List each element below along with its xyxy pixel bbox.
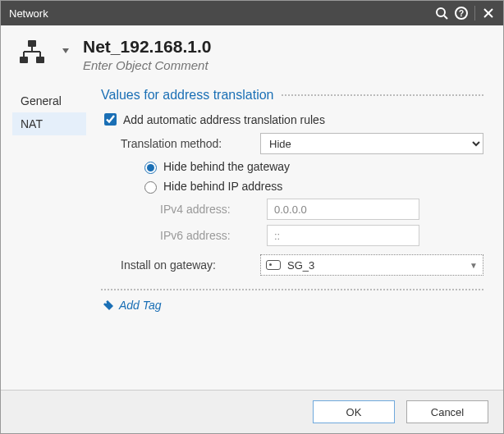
sidebar-item-general[interactable]: General: [12, 89, 86, 112]
object-comment-input[interactable]: [83, 57, 296, 72]
ipv4-row: IPv4 address:: [101, 199, 483, 220]
ok-button[interactable]: OK: [313, 400, 395, 423]
object-name[interactable]: Net_192.168.1.0: [83, 37, 296, 57]
dialog-body: General NAT Values for address translati…: [1, 81, 503, 390]
svg-rect-7: [20, 57, 28, 63]
sidebar-item-nat[interactable]: NAT: [12, 112, 86, 135]
close-icon[interactable]: [479, 3, 498, 23]
add-tag-label: Add Tag: [119, 299, 162, 312]
svg-rect-6: [28, 40, 36, 47]
tag-icon: [103, 299, 114, 311]
help-icon[interactable]: ?: [451, 3, 471, 23]
cancel-button[interactable]: Cancel: [406, 400, 488, 423]
add-auto-checkbox[interactable]: [104, 113, 117, 126]
object-header: Net_192.168.1.0: [1, 25, 503, 81]
method-row: Translation method: Hide: [101, 133, 483, 154]
network-dialog: Network ? Net_192.168.1: [0, 0, 504, 434]
dialog-footer: OK Cancel: [1, 390, 503, 433]
object-type-dropdown[interactable]: [60, 37, 71, 53]
install-gateway-label: Install on gateway:: [121, 258, 260, 272]
hide-ip-row: Hide behind IP address: [101, 179, 483, 194]
section-title-text: Values for address translation: [101, 88, 273, 103]
svg-line-1: [444, 16, 447, 19]
ipv4-input[interactable]: [267, 199, 419, 220]
svg-text:?: ?: [459, 9, 464, 18]
hide-ip-label: Hide behind IP address: [163, 180, 282, 193]
ipv6-label: IPv6 address:: [160, 229, 267, 242]
install-gateway-row: Install on gateway: SG_3 ▼: [101, 254, 483, 276]
gateway-icon: [266, 260, 281, 270]
hide-gateway-radio[interactable]: [144, 162, 157, 174]
add-tag-button[interactable]: Add Tag: [101, 299, 483, 312]
sidebar: General NAT: [12, 81, 86, 390]
search-icon[interactable]: [432, 3, 451, 23]
hide-gateway-row: Hide behind the gateway: [101, 159, 483, 174]
nat-panel: Values for address translation Add autom…: [86, 81, 492, 390]
install-gateway-value: SG_3: [287, 259, 314, 272]
network-icon: [16, 37, 48, 70]
install-gateway-select[interactable]: SG_3 ▼: [260, 254, 483, 276]
add-auto-label: Add automatic address translation rules: [123, 113, 325, 126]
ipv4-label: IPv4 address:: [160, 203, 267, 216]
add-auto-row: Add automatic address translation rules: [101, 111, 483, 128]
svg-rect-8: [36, 57, 44, 63]
svg-point-0: [437, 8, 445, 16]
ipv6-row: IPv6 address:: [101, 225, 483, 246]
titlebar: Network ?: [1, 1, 503, 25]
section-title: Values for address translation: [101, 88, 483, 103]
chevron-down-icon: ▼: [470, 261, 478, 270]
hide-ip-radio[interactable]: [144, 181, 157, 194]
method-select[interactable]: Hide: [260, 133, 483, 154]
object-title-block: Net_192.168.1.0: [83, 37, 296, 73]
tag-divider: [101, 289, 483, 290]
svg-point-14: [105, 302, 107, 304]
hide-gateway-label: Hide behind the gateway: [163, 160, 290, 173]
titlebar-separator: [474, 6, 475, 21]
svg-marker-13: [62, 48, 69, 53]
method-label: Translation method:: [121, 137, 260, 150]
section-divider: [282, 94, 483, 96]
window-title: Network: [9, 7, 432, 20]
ipv6-input[interactable]: [267, 225, 419, 246]
